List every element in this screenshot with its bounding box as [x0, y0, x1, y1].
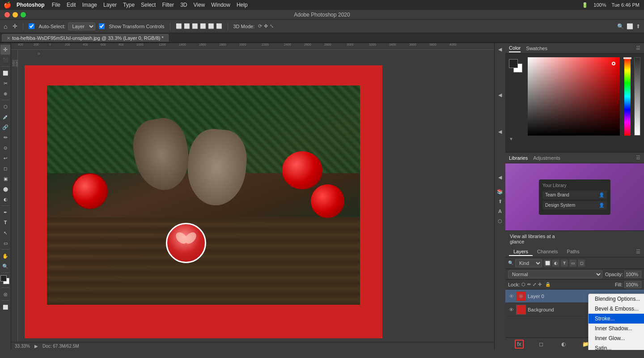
search-icon[interactable]: 🔍 — [617, 23, 624, 30]
lock-position-icon[interactable]: ✛ — [538, 282, 542, 287]
lock-all-icon[interactable]: 🔒 — [545, 282, 551, 287]
brush-tool[interactable]: ✏ — [0, 132, 10, 142]
collapse-1[interactable]: ◀ — [496, 90, 504, 99]
zoom-icon[interactable]: ⬜ — [627, 23, 633, 30]
inner-shadow-item[interactable]: Inner Shadow... — [589, 324, 644, 333]
menu-file[interactable]: File — [52, 2, 60, 8]
menu-image[interactable]: Image — [82, 2, 97, 8]
libraries-icon[interactable]: 📚 — [496, 187, 504, 196]
tab-close-icon[interactable]: ✕ — [7, 36, 10, 41]
maximize-button[interactable] — [21, 12, 26, 17]
gradient-tool[interactable]: ▣ — [0, 174, 10, 183]
lock-transparent-icon[interactable]: ⬡ — [521, 282, 525, 287]
align-top-icon[interactable]: ⬜ — [200, 23, 206, 29]
collapse-2[interactable]: ◀ — [496, 127, 504, 136]
3d-rotate-icon[interactable]: ⟳ — [258, 23, 262, 29]
menu-help[interactable]: Help — [237, 2, 248, 8]
pixel-filter-icon[interactable]: ⬜ — [544, 260, 551, 267]
color-tab[interactable]: Color — [509, 44, 521, 52]
lock-image-icon[interactable]: ✏ — [527, 282, 531, 287]
menu-layer[interactable]: Layer — [103, 2, 117, 8]
satin-item[interactable]: Satin... — [589, 343, 644, 350]
collapse-color-panel[interactable]: ◀ — [496, 45, 504, 54]
color-gradient-picker[interactable] — [528, 57, 620, 136]
menu-window[interactable]: Window — [211, 2, 230, 8]
smart-filter-icon[interactable]: ◻ — [578, 260, 585, 267]
menu-filter[interactable]: Filter — [162, 2, 174, 8]
layer-bg-visibility-icon[interactable]: 👁 — [508, 307, 514, 312]
eyedropper-tool[interactable]: 💉 — [0, 112, 10, 122]
home-icon[interactable]: ⌂ — [4, 23, 7, 30]
kind-filter-dropdown[interactable]: Kind Name Effect Mode Attribute Color Sm… — [515, 259, 542, 267]
adjustment-filter-icon[interactable]: ◐ — [552, 260, 559, 267]
text-icon[interactable]: A — [496, 207, 504, 216]
path-selection-tool[interactable]: ↖ — [0, 228, 10, 238]
channels-tab[interactable]: Channels — [533, 248, 562, 256]
stroke-item[interactable]: Stroke... — [589, 314, 644, 324]
menu-select[interactable]: Select — [141, 2, 156, 8]
layers-panel-menu-icon[interactable]: ☰ — [636, 249, 640, 255]
layers-tab[interactable]: Layers — [509, 248, 533, 256]
align-center-icon[interactable]: ⬜ — [184, 23, 190, 29]
change-screen-mode[interactable]: ⬜ — [0, 302, 10, 312]
3d-icon[interactable]: ⬡ — [496, 217, 504, 226]
menu-edit[interactable]: Edit — [67, 2, 76, 8]
layer-0-visibility-icon[interactable]: 👁 — [508, 294, 514, 299]
add-layer-style-button[interactable]: fx — [515, 340, 524, 349]
add-mask-button[interactable]: ◻ — [537, 340, 546, 349]
frame-tool[interactable]: ⬡ — [0, 102, 10, 111]
adjustments-tab[interactable]: Adjustments — [533, 155, 560, 161]
libraries-tab[interactable]: Libraries — [509, 155, 528, 161]
swatches-tab[interactable]: Swatches — [526, 45, 547, 52]
foreground-color-box[interactable] — [509, 59, 518, 68]
healing-brush-tool[interactable]: 🔗 — [0, 122, 10, 132]
dodge-tool[interactable]: ◐ — [0, 194, 10, 204]
history-brush-tool[interactable]: ↩ — [0, 153, 10, 163]
team-brand-item[interactable]: Team Brand 👤 — [542, 191, 607, 199]
clone-stamp-tool[interactable]: ⊙ — [0, 143, 10, 153]
quick-mask-mode[interactable]: ◎ — [0, 289, 10, 299]
color-panel-menu-icon[interactable]: ☰ — [636, 45, 640, 51]
alpha-slider[interactable] — [634, 57, 640, 136]
libraries-panel-menu-icon[interactable]: ☰ — [636, 155, 640, 161]
minimize-button[interactable] — [13, 12, 18, 17]
zoom-tool[interactable]: 🔍 — [0, 261, 10, 271]
document-tab[interactable]: ✕ toa-heftiba-WsDF95mSUsI-unsplash.jpg @… — [2, 34, 169, 42]
blur-tool[interactable]: ⬤ — [0, 184, 10, 194]
paths-tab[interactable]: Paths — [563, 248, 584, 256]
fill-input[interactable] — [624, 281, 641, 288]
shape-tool[interactable]: ▭ — [0, 238, 10, 248]
lasso-tool[interactable]: ✂ — [0, 78, 10, 88]
share-icon[interactable]: ⬆ — [636, 23, 640, 30]
artboard-tool[interactable]: ⬛ — [0, 55, 10, 65]
apple-menu-icon[interactable]: 🍎 — [4, 1, 11, 9]
eraser-tool[interactable]: ◻ — [0, 163, 10, 173]
align-middle-icon[interactable]: ⬜ — [208, 23, 214, 29]
hand-tool[interactable]: ✋ — [0, 251, 10, 261]
blend-mode-dropdown[interactable]: Normal Dissolve Multiply Screen Overlay — [508, 270, 602, 278]
opacity-input[interactable] — [624, 271, 641, 278]
menu-view[interactable]: View — [193, 2, 205, 8]
type-filter-icon[interactable]: T — [561, 260, 568, 267]
lock-artboard-icon[interactable]: ⤢ — [533, 282, 536, 287]
color-panel-expand[interactable]: ▼ — [509, 136, 640, 141]
rectangular-marquee-tool[interactable]: ⬜ — [0, 68, 10, 78]
move-tool[interactable]: ✛ — [0, 45, 10, 55]
new-adjustment-layer-button[interactable]: ◐ — [559, 340, 568, 349]
auto-select-checkbox[interactable] — [29, 23, 34, 29]
menu-type[interactable]: Type — [123, 2, 135, 8]
3d-pan-icon[interactable]: ✥ — [264, 23, 268, 29]
3d-scale-icon[interactable]: ⤡ — [270, 23, 274, 29]
collapse-3[interactable]: ◀ — [496, 173, 504, 182]
auto-select-dropdown[interactable]: Layer Group — [68, 22, 95, 30]
show-transform-checkbox[interactable] — [99, 23, 105, 29]
design-system-item[interactable]: Design System 👤 — [542, 201, 607, 209]
shape-filter-icon[interactable]: ▭ — [569, 260, 576, 267]
type-tool[interactable]: T — [0, 217, 10, 227]
align-right-icon[interactable]: ⬜ — [192, 23, 198, 29]
adjustment-icon[interactable]: ⬆ — [496, 197, 504, 206]
inner-glow-item[interactable]: Inner Glow... — [589, 333, 644, 343]
menu-3d[interactable]: 3D — [180, 2, 187, 8]
hue-slider[interactable] — [624, 57, 631, 136]
close-button[interactable] — [4, 12, 10, 17]
